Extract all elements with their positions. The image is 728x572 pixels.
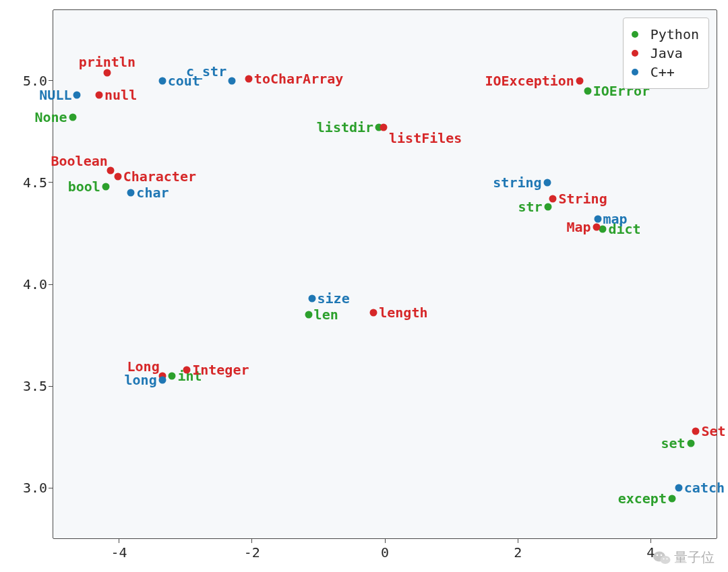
data-point (158, 377, 166, 384)
data-label: listFiles (389, 130, 462, 146)
data-label: bool (68, 179, 100, 195)
data-label: println (79, 54, 135, 70)
data-label: size (317, 290, 350, 307)
ytick (49, 488, 53, 488)
ytick (49, 80, 53, 81)
legend-item: Python (632, 25, 699, 44)
xtick-label: 0 (381, 544, 389, 561)
legend-marker (632, 31, 638, 38)
svg-point-2 (657, 554, 659, 556)
legend: PythonJavaC++ (623, 18, 709, 89)
xtick-label: -2 (244, 544, 260, 561)
data-label: IOException (485, 73, 574, 89)
figure: 量子位 -4-20243.03.54.04.55.0NonelistdirIOE… (0, 0, 728, 572)
data-point (543, 179, 551, 186)
data-label: None (34, 109, 67, 125)
ytick-label: 3.0 (20, 480, 47, 496)
data-label: catch (684, 480, 725, 496)
data-label: Character (123, 168, 196, 185)
watermark-text: 量子位 (674, 548, 715, 567)
legend-label: Python (650, 26, 699, 42)
data-point (127, 189, 135, 197)
data-label: except (618, 490, 667, 507)
data-point (692, 427, 700, 435)
legend-marker (632, 50, 638, 57)
data-label: Set (701, 423, 725, 439)
data-point (687, 439, 694, 447)
xtick-label: 4 (646, 544, 655, 561)
data-point (305, 311, 312, 319)
legend-label: C++ (650, 64, 675, 80)
data-label: listdir (317, 119, 373, 135)
data-point (229, 77, 236, 84)
data-label: Map (566, 219, 590, 235)
data-point (169, 373, 176, 380)
data-label: toCharArray (254, 71, 343, 87)
data-label: length (379, 305, 427, 321)
data-point (370, 309, 377, 317)
data-point (245, 75, 252, 82)
ytick (49, 284, 53, 285)
data-label: char (136, 185, 169, 201)
svg-point-5 (666, 558, 667, 559)
data-point (96, 91, 103, 98)
wechat-icon (653, 550, 671, 566)
data-point (549, 195, 557, 203)
data-label: long (125, 372, 157, 388)
data-label: Integer (192, 362, 249, 378)
data-point (668, 495, 675, 502)
data-label: Boolean (51, 153, 107, 169)
data-point (183, 367, 191, 374)
data-label: String (558, 191, 607, 207)
xtick (119, 539, 119, 543)
data-point (584, 87, 591, 94)
data-point (73, 91, 81, 98)
svg-point-4 (663, 558, 664, 559)
ytick-label: 4.0 (20, 276, 47, 292)
watermark: 量子位 (653, 548, 715, 567)
legend-label: Java (650, 45, 683, 61)
data-point (544, 203, 551, 211)
xtick-label: -4 (111, 544, 127, 561)
svg-point-3 (661, 554, 663, 556)
ytick (49, 182, 53, 183)
data-label: map (603, 211, 628, 227)
data-point (380, 124, 388, 131)
data-point (308, 295, 315, 303)
data-point (69, 114, 76, 121)
legend-marker (632, 69, 638, 75)
data-label: NULL (39, 87, 71, 103)
data-label: str (518, 199, 542, 215)
svg-point-1 (661, 556, 671, 564)
legend-item: Java (632, 44, 699, 63)
data-label: string (493, 174, 541, 191)
data-point (675, 484, 682, 492)
data-point (158, 77, 166, 84)
data-label: len (314, 307, 338, 323)
data-point (593, 224, 600, 231)
ytick-label: 3.5 (20, 378, 47, 394)
data-label: cout (168, 73, 200, 89)
data-label: null (104, 87, 137, 103)
data-point (103, 69, 111, 76)
data-point (594, 216, 601, 223)
xtick (650, 539, 651, 543)
data-label: set (661, 435, 685, 451)
legend-item: C++ (632, 63, 699, 82)
data-point (576, 77, 583, 84)
data-point (107, 166, 114, 174)
xtick (518, 539, 518, 543)
data-point (102, 183, 109, 191)
ytick (49, 386, 53, 387)
xtick (251, 539, 252, 543)
data-point (114, 172, 121, 180)
ytick-label: 4.5 (20, 174, 47, 191)
xtick-label: 2 (514, 544, 522, 561)
xtick (385, 539, 386, 543)
